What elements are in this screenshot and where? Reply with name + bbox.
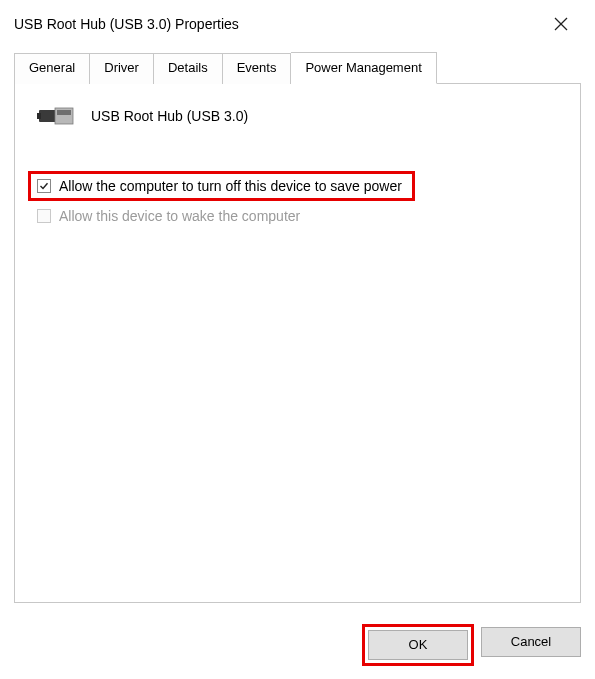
tab-driver[interactable]: Driver <box>90 53 154 84</box>
checkbox-row-wake: Allow this device to wake the computer <box>31 204 564 228</box>
close-icon <box>554 17 568 31</box>
dialog-buttons: OK Cancel <box>365 627 581 663</box>
checkbox-turn-off[interactable] <box>37 179 51 193</box>
power-options: Allow the computer to turn off this devi… <box>31 174 564 228</box>
tab-details[interactable]: Details <box>154 53 223 84</box>
checkbox-wake-label: Allow this device to wake the computer <box>59 208 300 224</box>
ok-button-highlight: OK <box>365 627 471 663</box>
cancel-button[interactable]: Cancel <box>481 627 581 657</box>
device-name-label: USB Root Hub (USB 3.0) <box>91 108 248 124</box>
tab-power-management[interactable]: Power Management <box>291 52 436 84</box>
ok-button[interactable]: OK <box>368 630 468 660</box>
dialog-body: General Driver Details Events Power Mana… <box>0 48 595 617</box>
tab-panel-power-management: USB Root Hub (USB 3.0) Allow the compute… <box>14 83 581 603</box>
svg-rect-5 <box>37 113 41 119</box>
tabstrip: General Driver Details Events Power Mana… <box>14 52 581 83</box>
device-header: USB Root Hub (USB 3.0) <box>37 102 564 130</box>
svg-rect-2 <box>39 110 57 122</box>
tab-events[interactable]: Events <box>223 53 292 84</box>
checkmark-icon <box>39 181 49 191</box>
cancel-button-wrap: Cancel <box>481 627 581 663</box>
checkbox-turn-off-label: Allow the computer to turn off this devi… <box>59 178 402 194</box>
tab-general[interactable]: General <box>14 53 90 84</box>
svg-rect-4 <box>57 110 71 115</box>
usb-connector-icon <box>37 102 77 130</box>
checkbox-row-turn-off[interactable]: Allow the computer to turn off this devi… <box>31 174 412 198</box>
window-title: USB Root Hub (USB 3.0) Properties <box>14 16 239 32</box>
titlebar: USB Root Hub (USB 3.0) Properties <box>0 0 595 48</box>
checkbox-wake <box>37 209 51 223</box>
close-button[interactable] <box>543 10 579 38</box>
